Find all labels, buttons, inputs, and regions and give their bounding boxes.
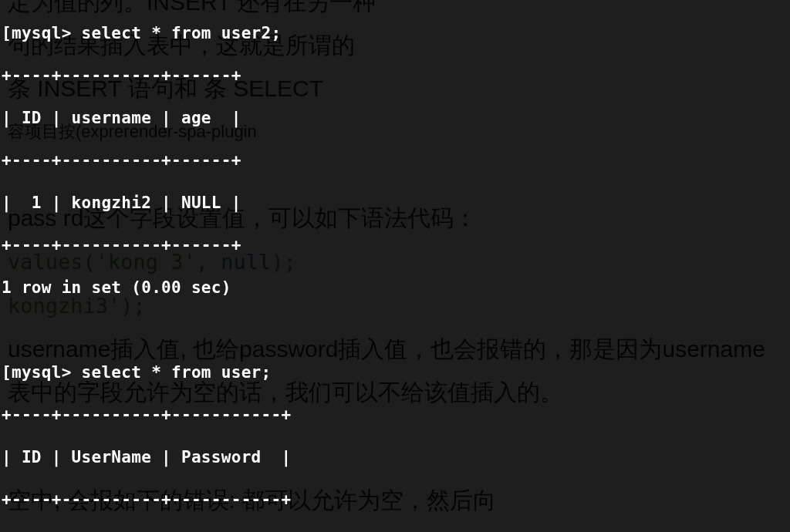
table-header-user: | ID | UserName | Password | (2, 447, 790, 469)
table-separator: +----+----------+-----------+ (2, 405, 790, 426)
table-separator: +----+----------+------+ (2, 66, 790, 87)
result-summary-1: 1 row in set (0.00 sec) (2, 278, 790, 299)
terminal-window[interactable]: [mysql> select * from user2; +----+-----… (0, 0, 790, 532)
table-header-user2: | ID | username | age | (2, 108, 790, 130)
sql-query-1: [mysql> select * from user2; (2, 23, 790, 45)
table-separator: +----+----------+-----------+ (2, 490, 790, 511)
table-separator: +----+----------+------+ (2, 235, 790, 257)
sql-query-2: [mysql> select * from user; (2, 362, 790, 384)
blank-line (2, 320, 790, 342)
table-row: | 1 | kongzhi2 | NULL | (2, 193, 790, 214)
table-separator: +----+----------+------+ (2, 150, 790, 172)
